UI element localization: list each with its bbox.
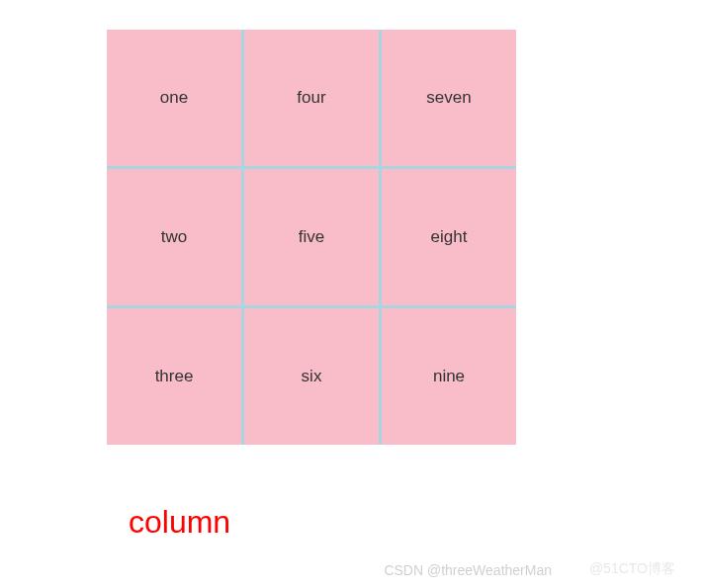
watermark-csdn: CSDN @threeWeatherMan [384,562,552,578]
watermark-other: @51CTO博客 [589,560,675,578]
grid-cell: one [107,30,241,166]
grid-cell: nine [382,308,516,445]
grid-cell: three [107,308,241,445]
grid-cell: five [244,169,379,305]
grid-cell: eight [382,169,516,305]
grid-cell: seven [382,30,516,166]
grid-cell: four [244,30,379,166]
grid-cell: two [107,169,241,305]
grid-container: one two three four five six seven eight … [107,30,516,445]
caption-text: column [129,504,230,541]
grid-cell: six [244,308,379,445]
